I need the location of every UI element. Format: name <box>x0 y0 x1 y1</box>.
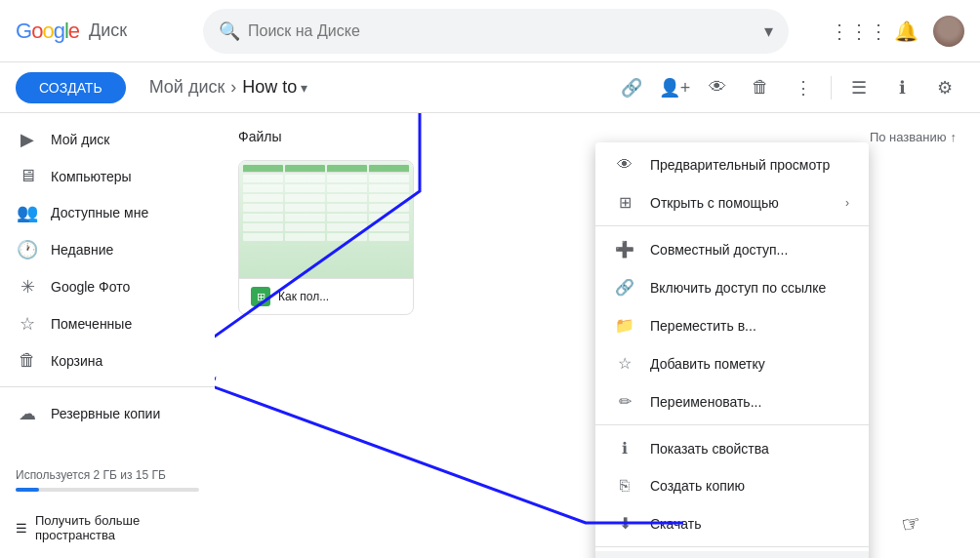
menu-item-move[interactable]: 📁 Переместить в... <box>595 306 869 344</box>
spreadsheet-preview <box>239 161 413 278</box>
search-icon: 🔍 <box>219 20 240 42</box>
files-label: Файлы <box>238 129 281 144</box>
move-menu-icon: 📁 <box>615 316 634 335</box>
sidebar-item-my-drive[interactable]: ▶ Мой диск <box>0 121 203 158</box>
create-button[interactable]: СОЗДАТЬ <box>16 72 126 103</box>
sidebar-item-starred[interactable]: ☆ Помеченные <box>0 305 203 342</box>
logo-g: G <box>16 19 31 44</box>
storage-text: Используется 2 ГБ из 15 ГБ <box>16 468 166 482</box>
sort-arrow-icon: ↑ <box>951 130 958 144</box>
open-with-icon: ⊞ <box>615 193 634 212</box>
logo-e: e <box>68 19 79 44</box>
logo-o1: o <box>31 19 42 44</box>
breadcrumb-root[interactable]: Мой диск <box>149 77 225 98</box>
menu-item-share[interactable]: ➕ Совместный доступ... <box>595 230 869 268</box>
storage-bar-background <box>16 488 199 492</box>
menu-item-download[interactable]: ⬇ Скачать <box>595 504 869 542</box>
menu-label-link: Включить доступ по ссылке <box>650 280 849 296</box>
sidebar-label-starred: Помеченные <box>51 316 132 332</box>
trash-icon: 🗑 <box>16 350 39 371</box>
menu-divider-2 <box>595 424 869 425</box>
file-preview <box>239 161 413 278</box>
menu-item-link[interactable]: 🔗 Включить доступ по ссылке <box>595 268 869 306</box>
menu-label-share: Совместный доступ... <box>650 242 849 258</box>
menu-label-rename: Переименовать... <box>650 394 849 410</box>
logo-product: Диск <box>89 20 127 41</box>
delete-toolbar-icon[interactable]: 🗑 <box>741 68 780 107</box>
menu-item-properties[interactable]: ℹ Показать свойства <box>595 429 869 467</box>
menu-label-star: Добавить пометку <box>650 356 849 372</box>
starred-icon: ☆ <box>16 313 39 335</box>
get-more-label: Получить больше пространства <box>35 513 140 542</box>
cursor-hand: ☞ <box>900 509 923 538</box>
menu-label-move: Переместить в... <box>650 318 849 334</box>
divider <box>831 76 832 100</box>
backups-icon: ☁ <box>16 403 39 424</box>
sort-label-text: По названию <box>870 130 947 144</box>
shared-icon: 👥 <box>16 202 39 223</box>
logo-area: Google Диск <box>16 19 191 44</box>
menu-divider-3 <box>595 546 869 547</box>
toolbar-actions: 🔗 👤+ 👁 🗑 ⋮ ☰ ℹ ⚙ <box>612 68 964 107</box>
photos-icon: ✳ <box>16 276 39 298</box>
file-card[interactable]: ⊞ Как пол... <box>238 160 414 315</box>
add-person-icon[interactable]: 👤+ <box>655 68 694 107</box>
sidebar-item-backups[interactable]: ☁ Резервные копии <box>0 395 203 432</box>
star-menu-icon: ☆ <box>615 354 634 373</box>
avatar[interactable] <box>933 16 964 47</box>
share-menu-icon: ➕ <box>615 240 634 259</box>
file-footer: ⊞ Как пол... <box>239 278 413 314</box>
search-dropdown-icon[interactable]: ▾ <box>764 20 773 42</box>
menu-item-rename[interactable]: ✏ Переименовать... <box>595 382 869 420</box>
logo-g2: g <box>54 19 64 44</box>
menu-item-delete[interactable]: 🗑 Удалить <box>595 551 869 558</box>
menu-item-copy[interactable]: ⎘ Создать копию <box>595 467 869 504</box>
menu-item-star[interactable]: ☆ Добавить пометку <box>595 344 869 382</box>
menu-label-properties: Показать свойства <box>650 441 849 457</box>
sidebar-item-recent[interactable]: 🕐 Недавние <box>0 231 203 268</box>
file-name: Как пол... <box>278 290 329 303</box>
sidebar-label-computers: Компьютеры <box>51 169 132 184</box>
link-menu-icon: 🔗 <box>615 278 634 297</box>
sidebar-item-shared[interactable]: 👥 Доступные мне <box>0 194 203 231</box>
logo-o2: o <box>42 19 53 44</box>
sort-selector[interactable]: По названию ↑ <box>870 130 957 144</box>
sidebar-item-photos[interactable]: ✳ Google Фото <box>0 268 203 305</box>
sidebar-item-computers[interactable]: 🖥 Компьютеры <box>0 158 203 194</box>
breadcrumb-current[interactable]: How to <box>242 77 297 98</box>
rename-menu-icon: ✏ <box>615 392 634 411</box>
menu-item-preview[interactable]: 👁 Предварительный просмотр <box>595 146 869 183</box>
open-with-arrow-icon: › <box>845 196 849 210</box>
search-bar[interactable]: 🔍 ▾ <box>203 9 789 54</box>
search-input[interactable] <box>248 22 764 40</box>
apps-icon[interactable]: ⋮⋮⋮ <box>839 12 878 51</box>
properties-menu-icon: ℹ <box>615 439 634 458</box>
sidebar-label-shared: Доступные мне <box>51 205 148 220</box>
share-link-icon[interactable]: 🔗 <box>612 68 651 107</box>
computers-icon: 🖥 <box>16 166 39 186</box>
download-menu-icon: ⬇ <box>615 514 634 533</box>
sidebar-label-photos: Google Фото <box>51 279 130 295</box>
menu-label-copy: Создать копию <box>650 478 849 494</box>
sidebar-label-recent: Недавние <box>51 242 113 258</box>
google-logo: Google <box>16 19 79 44</box>
my-drive-icon: ▶ <box>16 129 39 150</box>
menu-label-open-with: Открыть с помощью <box>650 195 830 211</box>
menu-divider-1 <box>595 225 869 226</box>
breadcrumb-dropdown-icon[interactable]: ▾ <box>301 80 307 96</box>
preview-icon[interactable]: 👁 <box>698 68 737 107</box>
sidebar-storage: Используется 2 ГБ из 15 ГБ <box>0 460 215 505</box>
menu-item-open-with[interactable]: ⊞ Открыть с помощью › <box>595 183 869 221</box>
sidebar-spacer <box>0 432 215 460</box>
list-view-icon[interactable]: ☰ <box>839 68 878 107</box>
info-icon[interactable]: ℹ <box>882 68 921 107</box>
content-area: Файлы По названию ↑ <box>215 113 980 558</box>
sidebar-item-trash[interactable]: 🗑 Корзина <box>0 342 203 379</box>
more-options-icon[interactable]: ⋮ <box>784 68 823 107</box>
sidebar-label-my-drive: Мой диск <box>51 132 109 147</box>
sidebar-label-trash: Корзина <box>51 353 102 369</box>
settings-icon[interactable]: ⚙ <box>925 68 964 107</box>
get-more-storage[interactable]: ☰ Получить больше пространства <box>0 505 215 550</box>
copy-menu-icon: ⎘ <box>615 477 634 495</box>
notifications-icon[interactable]: 🔔 <box>886 12 925 51</box>
